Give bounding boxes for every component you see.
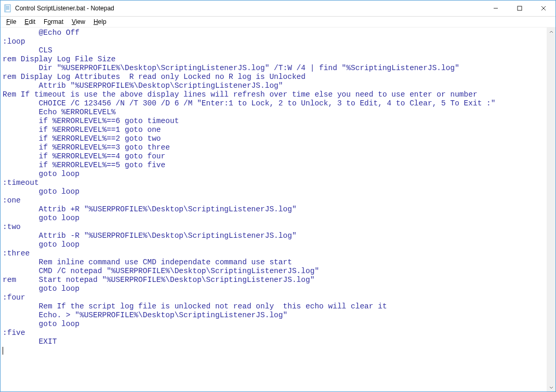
- window-title: Control ScriptListener.bat - Notepad: [15, 5, 114, 12]
- titlebar-buttons: [484, 1, 555, 16]
- menubar: File Edit Format View Help: [1, 17, 555, 28]
- svg-rect-7: [518, 6, 522, 10]
- menu-format[interactable]: Format: [40, 18, 67, 26]
- close-button[interactable]: [532, 1, 555, 16]
- menu-edit[interactable]: Edit: [21, 18, 39, 26]
- menu-file[interactable]: File: [3, 18, 20, 26]
- text-caret: [3, 347, 3, 355]
- notepad-window: Control ScriptListener.bat - Notepad Fil…: [0, 0, 556, 392]
- scroll-up-button[interactable]: [547, 28, 555, 36]
- notepad-icon: [4, 4, 12, 12]
- client-area: @Echo Off :loop CLS rem Display Log File…: [1, 28, 555, 391]
- minimize-button[interactable]: [484, 1, 508, 16]
- text-editor[interactable]: @Echo Off :loop CLS rem Display Log File…: [1, 28, 547, 391]
- titlebar-left: Control ScriptListener.bat - Notepad: [1, 4, 114, 12]
- titlebar: Control ScriptListener.bat - Notepad: [1, 1, 555, 17]
- menu-help[interactable]: Help: [90, 18, 110, 26]
- menu-view[interactable]: View: [68, 18, 89, 26]
- editor-text: @Echo Off :loop CLS rem Display Log File…: [3, 29, 495, 346]
- vertical-scrollbar[interactable]: [547, 28, 555, 391]
- scroll-down-button[interactable]: [547, 383, 555, 391]
- svg-rect-5: [5, 5, 6, 12]
- maximize-button[interactable]: [508, 1, 532, 16]
